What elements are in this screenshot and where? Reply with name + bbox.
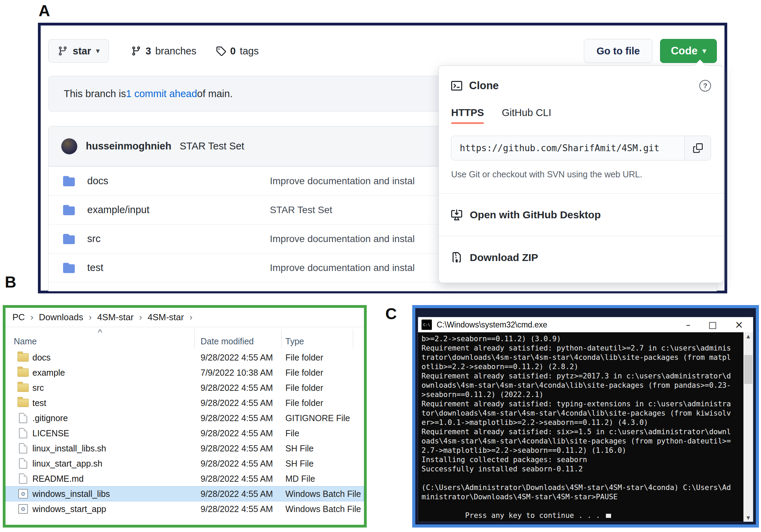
- current-branch-name: star: [73, 45, 91, 57]
- list-item[interactable]: docs 9/28/2022 4:55 AM File folder: [6, 350, 364, 365]
- file-name: src: [32, 383, 44, 393]
- git-branch-icon: [58, 46, 68, 56]
- avatar[interactable]: [61, 138, 78, 155]
- file-icon: [17, 442, 29, 454]
- chevron-right-icon[interactable]: ›: [30, 312, 33, 323]
- explorer-panel: PC › Downloads › 4SM-star › 4SM-star › ∧…: [3, 305, 367, 528]
- commit-author[interactable]: husseinmoghnieh: [86, 140, 171, 152]
- code-dropdown: Clone ? HTTPS GitHub CLI https://github.…: [438, 65, 724, 283]
- breadcrumb-item-4sm-star-2[interactable]: 4SM-star: [148, 312, 184, 323]
- file-icon: [17, 427, 29, 439]
- tags-count: 0: [230, 45, 236, 57]
- maximize-button[interactable]: □: [708, 320, 717, 329]
- file-name[interactable]: src: [87, 233, 253, 244]
- download-zip-item[interactable]: Download ZIP: [439, 236, 723, 279]
- github-panel: star ▾ 3 branches 0 tags: [38, 23, 727, 293]
- file-name: linux_start_app.sh: [32, 459, 102, 469]
- file-name: linux_install_libs.sh: [32, 444, 106, 453]
- chevron-right-icon[interactable]: ›: [139, 312, 142, 323]
- tab-https[interactable]: HTTPS: [451, 107, 484, 123]
- panel-label-b: B: [5, 273, 17, 291]
- list-item[interactable]: test 9/28/2022 4:55 AM File folder: [6, 395, 364, 410]
- folder-icon: [63, 175, 75, 187]
- file-date: 9/28/2022 4:55 AM: [201, 398, 273, 408]
- file-type: GITIGNORE File: [285, 413, 350, 423]
- list-item[interactable]: LICENSE 9/28/2022 4:55 AM File: [6, 426, 364, 441]
- breadcrumb: PC › Downloads › 4SM-star › 4SM-star ›: [6, 308, 364, 327]
- chevron-right-icon[interactable]: ›: [190, 312, 193, 323]
- minimize-button[interactable]: –: [686, 320, 690, 329]
- list-item[interactable]: example 7/9/2022 10:38 AM File folder: [6, 365, 364, 380]
- clone-tabs: HTTPS GitHub CLI: [451, 107, 711, 123]
- column-divider[interactable]: [353, 329, 353, 348]
- table-row-partial: [49, 282, 717, 291]
- go-to-file-button[interactable]: Go to file: [584, 39, 653, 63]
- file-name: windows_install_libs: [32, 489, 110, 499]
- tab-github-cli[interactable]: GitHub CLI: [502, 107, 551, 123]
- copy-icon: [693, 143, 703, 153]
- clone-url-input[interactable]: https://github.com/SharifAmit/4SM.git: [451, 136, 684, 160]
- scrollbar[interactable]: ▲ ▼: [743, 332, 753, 522]
- clone-title: Clone: [469, 80, 499, 92]
- file-name: example: [32, 368, 65, 378]
- batch-file-icon: ⚙: [17, 503, 29, 515]
- column-header-type[interactable]: Type: [285, 336, 304, 346]
- branches-label: branches: [155, 45, 196, 57]
- list-item[interactable]: ⚙ windows_start_app 9/28/2022 4:55 AM Wi…: [6, 501, 364, 517]
- chevron-right-icon[interactable]: ›: [89, 312, 92, 323]
- code-button[interactable]: Code ▾: [660, 39, 717, 63]
- column-divider[interactable]: [281, 329, 282, 348]
- breadcrumb-item-4sm-star[interactable]: 4SM-star: [97, 312, 133, 323]
- list-item-selected[interactable]: ⚙ windows_install_libs 9/28/2022 4:55 AM…: [6, 486, 364, 501]
- scrollbar-thumb[interactable]: [744, 355, 752, 384]
- file-name: test: [32, 398, 46, 408]
- breadcrumb-item-pc[interactable]: PC: [12, 312, 25, 323]
- file-type: Windows Batch File: [285, 504, 361, 514]
- open-github-desktop-item[interactable]: Open with GitHub Desktop: [439, 193, 723, 236]
- column-header-date-modified[interactable]: Date modified: [201, 336, 254, 346]
- copy-url-button[interactable]: [684, 136, 711, 160]
- list-item[interactable]: linux_start_app.sh 9/28/2022 4:55 AM SH …: [6, 456, 364, 471]
- list-item[interactable]: .gitignore 9/28/2022 4:55 AM GITIGNORE F…: [6, 410, 364, 426]
- column-header-name[interactable]: Name: [14, 336, 37, 346]
- file-name: README.md: [32, 474, 84, 484]
- clone-caption: Use Git or checkout with SVN using the w…: [451, 169, 711, 179]
- file-type: File folder: [285, 353, 323, 363]
- console-prompt-line: Press any key to continue . . .: [422, 502, 611, 522]
- file-type: File folder: [285, 368, 323, 378]
- folder-icon: [17, 397, 29, 409]
- commit-message[interactable]: STAR Test Set: [180, 140, 244, 152]
- cmd-titlebar[interactable]: C:\ C:\Windows\system32\cmd.exe – □ ×: [418, 317, 753, 332]
- file-icon: [17, 412, 29, 424]
- branches-link[interactable]: 3 branches: [131, 45, 196, 57]
- list-item[interactable]: linux_install_libs.sh 9/28/2022 4:55 AM …: [6, 441, 364, 456]
- file-type: SH File: [285, 459, 314, 469]
- scroll-up-icon[interactable]: ▲: [747, 332, 750, 340]
- branch-selector-button[interactable]: star ▾: [48, 39, 109, 63]
- scroll-down-icon[interactable]: ▼: [747, 514, 750, 522]
- text-cursor: [606, 514, 611, 518]
- tags-link[interactable]: 0 tags: [216, 45, 259, 57]
- folder-icon: [63, 233, 75, 245]
- column-divider[interactable]: [194, 329, 195, 348]
- cmd-window: C:\ C:\Windows\system32\cmd.exe – □ × b>…: [418, 317, 753, 522]
- tag-icon: [216, 46, 226, 56]
- chevron-down-icon: ▾: [702, 47, 706, 55]
- file-icon: [17, 473, 29, 484]
- file-name[interactable]: test: [87, 262, 253, 273]
- console-text: b>=2.2->seaborn==0.11.2) (3.0.9) Require…: [422, 334, 741, 502]
- close-button[interactable]: ×: [735, 320, 743, 330]
- file-type: MD File: [285, 474, 315, 484]
- file-name[interactable]: example/input: [87, 204, 253, 216]
- file-icon: [17, 458, 29, 469]
- list-item[interactable]: src 9/28/2022 4:55 AM File folder: [6, 380, 364, 395]
- file-name[interactable]: docs: [87, 175, 253, 187]
- commit-ahead-link[interactable]: 1 commit ahead: [126, 88, 197, 100]
- file-name: .gitignore: [32, 413, 68, 423]
- open-github-desktop-label: Open with GitHub Desktop: [470, 209, 601, 221]
- cmd-app-icon: C:\: [422, 320, 432, 330]
- file-type: SH File: [285, 444, 314, 453]
- help-icon[interactable]: ?: [699, 80, 711, 92]
- list-item[interactable]: README.md 9/28/2022 4:55 AM MD File: [6, 471, 364, 486]
- breadcrumb-item-downloads[interactable]: Downloads: [39, 312, 83, 323]
